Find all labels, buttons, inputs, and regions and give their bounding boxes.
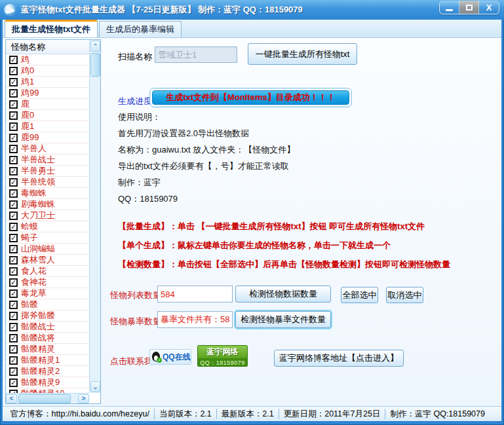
list-item[interactable]: ✓毒龙草 bbox=[6, 288, 89, 299]
monster-name: 骷髅 bbox=[21, 299, 38, 310]
checkbox-checked-icon[interactable]: ✓ bbox=[9, 156, 18, 164]
list-item[interactable]: ✓剧毒蜘蛛 bbox=[6, 199, 89, 210]
list-item[interactable]: ✓骷髅精灵2 bbox=[6, 366, 89, 377]
blog-link-button[interactable]: 蓝宇网络博客地址【点击进入】 bbox=[274, 350, 404, 367]
checkbox-checked-icon[interactable]: ✓ bbox=[9, 200, 18, 209]
monster-name: 半兽统领 bbox=[21, 176, 55, 188]
checkbox-checked-icon[interactable]: ✓ bbox=[9, 111, 18, 120]
list-item[interactable]: ✓鹿1 bbox=[6, 121, 89, 132]
checkbox-checked-icon[interactable]: ✓ bbox=[9, 100, 18, 109]
list-item[interactable]: ✓鹿 bbox=[6, 99, 89, 110]
instruction-line: 首先用万游设置器2.0导出怪物数据 bbox=[118, 128, 295, 144]
list-item[interactable]: ✓食人花 bbox=[6, 266, 89, 277]
checkbox-checked-icon[interactable]: ✓ bbox=[9, 223, 18, 231]
tab-batch-generate[interactable]: 批量生成怪物txt文件 bbox=[5, 20, 98, 37]
list-item[interactable]: ✓骷髅战将 bbox=[6, 333, 89, 344]
scroll-down-button[interactable]: ⌄ bbox=[90, 381, 100, 392]
list-item[interactable]: ✓蛤蟆 bbox=[6, 221, 89, 232]
list-item[interactable]: ✓半兽人 bbox=[6, 143, 89, 155]
title-bar[interactable]: 蓝宇怪物txt文件批量生成器 【7-25日更新版】 制作：蓝宇 QQ：18159… bbox=[0, 0, 504, 20]
lanyu-network-banner[interactable]: 蓝宇网络 QQ：18159079 bbox=[197, 345, 248, 367]
list-item[interactable]: ✓半兽勇士 bbox=[6, 166, 89, 177]
checkbox-checked-icon[interactable]: ✓ bbox=[9, 234, 18, 242]
checkbox-checked-icon[interactable]: ✓ bbox=[9, 212, 18, 220]
checkbox-checked-icon[interactable]: ✓ bbox=[9, 367, 18, 376]
list-item[interactable]: ✓鸡99 bbox=[6, 88, 89, 99]
list-item[interactable]: ✓半兽战士 bbox=[6, 155, 89, 166]
scan-name-input[interactable] bbox=[155, 46, 237, 63]
checkbox-checked-icon[interactable]: ✓ bbox=[9, 267, 18, 276]
chevron-right-icon: > bbox=[82, 396, 86, 402]
qq-online-badge[interactable]: ✓ QQ在线 bbox=[149, 349, 191, 365]
detect-rate-files-button[interactable]: 检测怪物暴率文件数量 bbox=[235, 311, 331, 328]
checkbox-checked-icon[interactable]: ✓ bbox=[9, 189, 18, 198]
list-item[interactable]: ✓食神花 bbox=[6, 277, 89, 288]
checkbox-checked-icon[interactable]: ✓ bbox=[9, 345, 18, 354]
monster-name: 鸡0 bbox=[21, 65, 34, 77]
list-item[interactable]: ✓鸡 bbox=[6, 54, 89, 65]
checkbox-checked-icon[interactable]: ✓ bbox=[9, 301, 18, 309]
app-icon bbox=[4, 4, 16, 16]
list-item[interactable]: ✓森林雪人 bbox=[6, 255, 89, 266]
minimize-button[interactable] bbox=[440, 1, 459, 14]
select-all-button[interactable]: 全部选中 bbox=[341, 287, 378, 303]
banner-qq-number: QQ：18159079 bbox=[198, 358, 247, 367]
list-item[interactable]: ✓骷髅 bbox=[6, 299, 89, 310]
list-item[interactable]: ✓山洞蝙蝠 bbox=[6, 244, 89, 255]
list-item[interactable]: ✓鹿99 bbox=[6, 132, 89, 143]
status-segment: 制作：蓝宇 QQ:18159079 bbox=[385, 409, 490, 420]
checkbox-checked-icon[interactable]: ✓ bbox=[9, 178, 18, 187]
list-item[interactable]: ✓鸡0 bbox=[6, 65, 89, 77]
monster-list-count-input[interactable] bbox=[157, 286, 233, 303]
scroll-track[interactable] bbox=[72, 394, 78, 403]
checkbox-checked-icon[interactable]: ✓ bbox=[9, 56, 18, 64]
detect-monster-data-button[interactable]: 检测怪物数据数量 bbox=[235, 286, 331, 303]
scroll-up-button[interactable]: ⌃ bbox=[90, 41, 100, 52]
checkbox-checked-icon[interactable]: ✓ bbox=[9, 278, 18, 287]
monster-name: 鹿0 bbox=[21, 109, 34, 121]
tab-rate-edit[interactable]: 生成后的暴率编辑 bbox=[99, 21, 182, 37]
checkbox-checked-icon[interactable]: ✓ bbox=[9, 122, 18, 131]
checkbox-checked-icon[interactable]: ✓ bbox=[9, 245, 18, 253]
list-item[interactable]: ✓鹿0 bbox=[6, 110, 89, 121]
vertical-scrollbar[interactable]: ⌃ ⌄ bbox=[89, 40, 100, 393]
checkbox-checked-icon[interactable]: ✓ bbox=[9, 379, 18, 387]
checkbox-checked-icon[interactable]: ✓ bbox=[9, 89, 18, 98]
maximize-button[interactable] bbox=[459, 1, 479, 14]
list-item[interactable]: ✓大刀卫士 bbox=[6, 210, 89, 221]
scroll-left-button[interactable]: < bbox=[6, 394, 17, 403]
checkbox-checked-icon[interactable]: ✓ bbox=[9, 312, 18, 320]
list-item[interactable]: ✓骷髅精灵10 bbox=[6, 388, 89, 393]
horizontal-scrollbar[interactable]: < > bbox=[6, 393, 89, 403]
checkbox-checked-icon[interactable]: ✓ bbox=[9, 78, 18, 86]
checkbox-checked-icon[interactable]: ✓ bbox=[9, 67, 18, 75]
scroll-right-button[interactable]: > bbox=[78, 394, 89, 403]
progress-status-text: 生成txt文件到【MonItems】目录成功！！！ bbox=[166, 92, 336, 103]
checkbox-checked-icon[interactable]: ✓ bbox=[9, 356, 18, 365]
checkbox-checked-icon[interactable]: ✓ bbox=[9, 145, 18, 153]
batch-generate-button[interactable]: 一键批量生成所有怪物txt bbox=[248, 43, 357, 65]
checkbox-checked-icon[interactable]: ✓ bbox=[9, 289, 18, 298]
list-item[interactable]: ✓蝎子 bbox=[6, 232, 89, 244]
checkbox-checked-icon[interactable]: ✓ bbox=[9, 134, 18, 142]
list-item[interactable]: ✓毒蜘蛛 bbox=[6, 188, 89, 199]
horizontal-scroll-thumb[interactable] bbox=[18, 394, 71, 403]
list-item[interactable]: ✓掷斧骷髅 bbox=[6, 310, 89, 322]
monster-rate-count-input[interactable] bbox=[157, 311, 233, 328]
vertical-scroll-thumb[interactable] bbox=[90, 53, 100, 77]
monster-name: 骷髅战将 bbox=[21, 332, 55, 344]
list-item[interactable]: ✓骷髅精灵9 bbox=[6, 377, 89, 388]
list-item[interactable]: ✓鸡1 bbox=[6, 77, 89, 88]
monster-name: 半兽勇士 bbox=[21, 165, 55, 177]
monster-name: 鸡1 bbox=[21, 76, 34, 88]
checkbox-checked-icon[interactable]: ✓ bbox=[9, 323, 18, 331]
checkbox-checked-icon[interactable]: ✓ bbox=[9, 334, 18, 342]
list-item[interactable]: ✓骷髅精灵1 bbox=[6, 355, 89, 366]
checkbox-checked-icon[interactable]: ✓ bbox=[9, 167, 18, 176]
deselect-button[interactable]: 取消选中 bbox=[386, 287, 423, 303]
list-item[interactable]: ✓骷髅精灵 bbox=[6, 344, 89, 355]
list-item[interactable]: ✓骷髅战士 bbox=[6, 322, 89, 333]
list-item[interactable]: ✓半兽统领 bbox=[6, 177, 89, 188]
close-button[interactable]: X bbox=[479, 1, 499, 14]
checkbox-checked-icon[interactable]: ✓ bbox=[9, 256, 18, 265]
